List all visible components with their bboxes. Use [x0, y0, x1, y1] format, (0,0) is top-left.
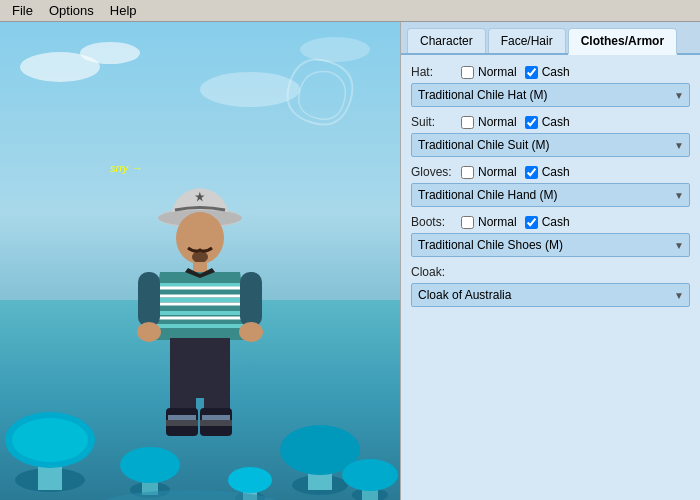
svg-point-6	[120, 447, 180, 483]
svg-point-15	[228, 467, 272, 493]
hat-normal-checkbox[interactable]	[461, 66, 474, 79]
cloak-dropdown[interactable]: Cloak of Australia	[411, 283, 690, 307]
suit-cash-label: Cash	[542, 115, 570, 129]
suit-section: Suit: Normal Cash Traditional Chile Suit…	[411, 115, 690, 157]
svg-point-12	[342, 459, 398, 491]
gloves-normal-checkbox[interactable]	[461, 166, 474, 179]
boots-cash-group: Cash	[525, 215, 570, 229]
gloves-normal-label: Normal	[478, 165, 517, 179]
right-panel: Character Face/Hair Clothes/Armor Hat: N…	[400, 22, 700, 500]
main-container: srry → Character Face/Hair Clothes/Armor…	[0, 22, 700, 500]
boots-dropdown[interactable]: Traditional Chile Shoes (M)	[411, 233, 690, 257]
svg-rect-32	[166, 420, 198, 426]
cloak-section: Cloak: Cloak of Australia ▼	[411, 265, 690, 307]
hat-section: Hat: Normal Cash Traditional Chile Hat (…	[411, 65, 690, 107]
gloves-section: Gloves: Normal Cash Traditional Chile Ha…	[411, 165, 690, 207]
svg-rect-35	[202, 415, 230, 420]
gloves-normal-group: Normal	[461, 165, 517, 179]
boots-cash-label: Cash	[542, 215, 570, 229]
boots-dropdown-wrapper: Traditional Chile Shoes (M) ▼	[411, 233, 690, 257]
boots-normal-group: Normal	[461, 215, 517, 229]
svg-point-25	[137, 322, 161, 342]
game-overlay-text: srry →	[110, 162, 142, 174]
boots-cash-checkbox[interactable]	[525, 216, 538, 229]
cloak-header: Cloak:	[411, 265, 690, 279]
gloves-dropdown-wrapper: Traditional Chile Hand (M) ▼	[411, 183, 690, 207]
svg-rect-33	[200, 420, 232, 426]
boots-header: Boots: Normal Cash	[411, 215, 690, 229]
gloves-dropdown[interactable]: Traditional Chile Hand (M)	[411, 183, 690, 207]
tab-face-hair[interactable]: Face/Hair	[488, 28, 566, 53]
gloves-cash-group: Cash	[525, 165, 570, 179]
swirl-decoration	[270, 52, 390, 172]
menu-options[interactable]: Options	[41, 2, 102, 19]
hat-label: Hat:	[411, 65, 453, 79]
hat-normal-group: Normal	[461, 65, 517, 79]
boots-normal-checkbox[interactable]	[461, 216, 474, 229]
hat-dropdown[interactable]: Traditional Chile Hat (M)	[411, 83, 690, 107]
svg-point-21	[192, 251, 208, 263]
suit-label: Suit:	[411, 115, 453, 129]
game-view: srry →	[0, 22, 400, 500]
hat-cash-label: Cash	[542, 65, 570, 79]
boots-label: Boots:	[411, 215, 453, 229]
gloves-header: Gloves: Normal Cash	[411, 165, 690, 179]
suit-cash-checkbox[interactable]	[525, 116, 538, 129]
gloves-cash-label: Cash	[542, 165, 570, 179]
suit-header: Suit: Normal Cash	[411, 115, 690, 129]
suit-cash-group: Cash	[525, 115, 570, 129]
suit-normal-checkbox[interactable]	[461, 116, 474, 129]
suit-dropdown[interactable]: Traditional Chile Suit (M)	[411, 133, 690, 157]
cloud-2	[80, 42, 140, 64]
suit-dropdown-wrapper: Traditional Chile Suit (M) ▼	[411, 133, 690, 157]
hat-cash-group: Cash	[525, 65, 570, 79]
hat-dropdown-wrapper: Traditional Chile Hat (M) ▼	[411, 83, 690, 107]
character-display	[120, 160, 280, 440]
svg-point-26	[239, 322, 263, 342]
hat-cash-checkbox[interactable]	[525, 66, 538, 79]
tab-clothes-armor[interactable]: Clothes/Armor	[568, 28, 677, 55]
svg-point-3	[12, 418, 88, 462]
boots-section: Boots: Normal Cash Traditional Chile Sho…	[411, 215, 690, 257]
character-svg	[120, 160, 280, 440]
svg-rect-24	[240, 272, 262, 327]
svg-rect-23	[138, 272, 160, 327]
menu-file[interactable]: File	[4, 2, 41, 19]
menubar: File Options Help	[0, 0, 700, 22]
tab-bar: Character Face/Hair Clothes/Armor	[401, 22, 700, 55]
gloves-label: Gloves:	[411, 165, 453, 179]
gloves-cash-checkbox[interactable]	[525, 166, 538, 179]
svg-rect-34	[168, 415, 196, 420]
svg-rect-22	[193, 262, 207, 272]
cloak-label: Cloak:	[411, 265, 453, 279]
suit-normal-group: Normal	[461, 115, 517, 129]
hat-header: Hat: Normal Cash	[411, 65, 690, 79]
suit-normal-label: Normal	[478, 115, 517, 129]
boots-normal-label: Normal	[478, 215, 517, 229]
hat-normal-label: Normal	[478, 65, 517, 79]
menu-help[interactable]: Help	[102, 2, 145, 19]
panel-content: Hat: Normal Cash Traditional Chile Hat (…	[401, 55, 700, 500]
cloak-dropdown-wrapper: Cloak of Australia ▼	[411, 283, 690, 307]
tab-character[interactable]: Character	[407, 28, 486, 53]
